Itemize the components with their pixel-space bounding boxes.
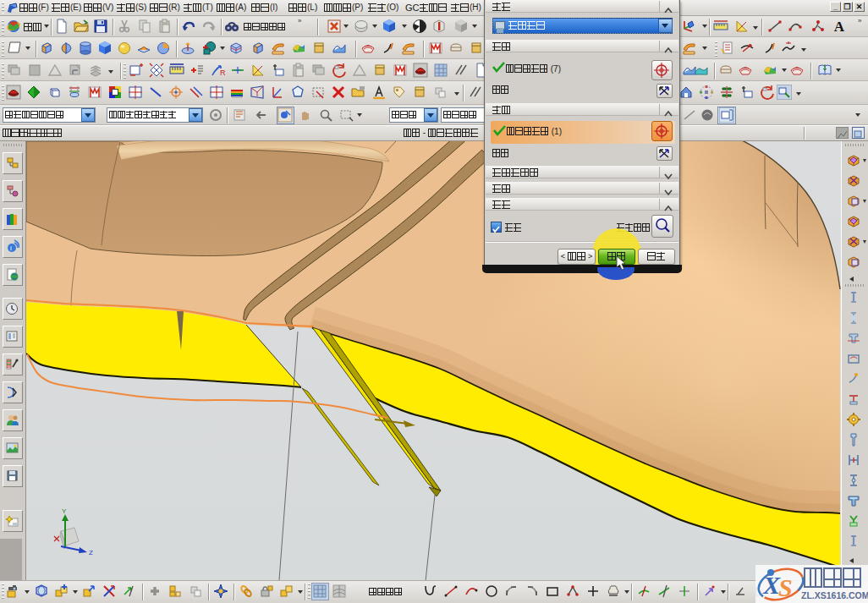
svg-text:Y: Y bbox=[62, 507, 67, 515]
svg-text:R: R bbox=[220, 69, 225, 77]
svg-text:S: S bbox=[778, 573, 793, 601]
svg-text:Z: Z bbox=[89, 549, 93, 556]
svg-text:A: A bbox=[834, 19, 845, 34]
svg-text:i: i bbox=[10, 244, 12, 252]
